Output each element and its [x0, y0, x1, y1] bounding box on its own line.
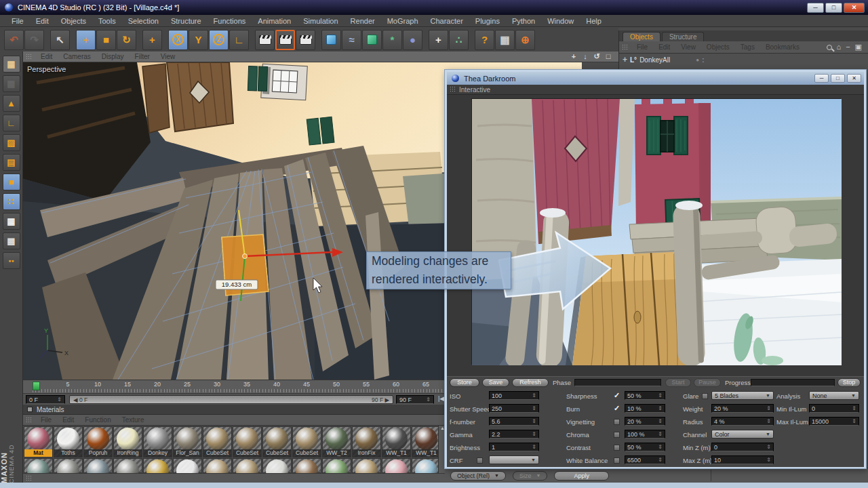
- edges-mode-icon[interactable]: ■: [3, 174, 20, 190]
- thea-close-icon[interactable]: ✕: [847, 74, 861, 83]
- help-icon[interactable]: ?: [475, 30, 494, 50]
- menu-item-render[interactable]: Render: [344, 17, 381, 25]
- spinner-icon[interactable]: ⇕: [532, 406, 536, 411]
- end-frame-field[interactable]: 90 F ⇕: [396, 395, 434, 404]
- apply-button[interactable]: Apply: [554, 471, 609, 481]
- global-move-icon[interactable]: +: [142, 30, 162, 50]
- material-swatch[interactable]: [173, 458, 202, 473]
- search-icon[interactable]: [827, 45, 832, 50]
- menu-item-window[interactable]: Window: [541, 17, 580, 25]
- material-popruh[interactable]: Popruh: [83, 426, 113, 458]
- setting-value-field[interactable]: 20 %⇕: [711, 404, 774, 413]
- checkbox-checked-icon[interactable]: ✓: [614, 391, 620, 400]
- checkbox-unchecked-icon[interactable]: [614, 432, 620, 438]
- setting-value-field[interactable]: 15000⇕: [809, 417, 859, 426]
- redo-icon[interactable]: ↷: [24, 30, 44, 50]
- range-left-arrow-icon[interactable]: ◀: [73, 396, 79, 403]
- spinner-icon[interactable]: ⇕: [658, 445, 663, 450]
- material-swatch[interactable]: [292, 458, 321, 473]
- collapse-icon[interactable]: −: [846, 43, 850, 51]
- render-picture-viewer-icon[interactable]: [275, 30, 295, 50]
- material-swatch[interactable]: [113, 458, 142, 473]
- viewport-menu-filter[interactable]: Filter: [130, 53, 155, 60]
- setting-value-field[interactable]: 0⇕: [809, 404, 859, 413]
- setting-dropdown[interactable]: 5 Blades▼: [711, 391, 774, 400]
- setting-value-field[interactable]: 5.6⇕: [489, 417, 539, 426]
- goto-start-icon[interactable]: |◀: [438, 395, 444, 402]
- primitive-cube-icon[interactable]: [321, 30, 341, 50]
- material-cubeset[interactable]: CubeSet: [233, 426, 262, 458]
- render-view-icon[interactable]: [255, 30, 275, 50]
- object-mode-dropdown[interactable]: Object (Rel) ▼: [450, 471, 506, 481]
- viewport-menu-edit[interactable]: Edit: [35, 53, 58, 60]
- objects-menu-edit[interactable]: Edit: [653, 43, 675, 51]
- checkbox-unchecked-icon[interactable]: [614, 458, 620, 464]
- texture-mode-icon[interactable]: ▨: [3, 134, 20, 151]
- checkbox-unchecked-icon[interactable]: [702, 393, 708, 399]
- home-icon[interactable]: ⌂: [837, 43, 842, 51]
- spinner-icon[interactable]: ⇕: [852, 419, 856, 424]
- setting-value-field[interactable]: 1⇕: [489, 443, 539, 451]
- material-swatch[interactable]: [24, 458, 53, 473]
- panel-grip-icon[interactable]: [622, 44, 629, 51]
- material-ww-t2[interactable]: WW_T2: [322, 426, 351, 458]
- restore-icon[interactable]: □: [825, 3, 842, 13]
- store-button[interactable]: Store: [450, 378, 479, 387]
- spinner-icon[interactable]: ⇕: [766, 419, 771, 424]
- setting-value-field[interactable]: 0⇕: [711, 443, 774, 451]
- menu-item-functions[interactable]: Functions: [208, 17, 252, 25]
- make-editable-icon[interactable]: ▲: [3, 95, 20, 112]
- material-flor-san[interactable]: Flor_San: [173, 426, 202, 458]
- refresh-button[interactable]: Refresh: [512, 378, 549, 387]
- material-swatch[interactable]: [352, 458, 381, 473]
- checkbox-unchecked-icon[interactable]: [614, 419, 620, 425]
- expand-cross-icon[interactable]: +: [623, 55, 627, 64]
- content-browser-icon[interactable]: ⊕: [515, 30, 535, 50]
- render-settings-icon[interactable]: [296, 30, 315, 50]
- frame-selected-icon[interactable]: ▣: [855, 43, 862, 51]
- setting-value-field[interactable]: 2.2⇕: [489, 430, 539, 439]
- thea-minimize-icon[interactable]: ─: [814, 74, 829, 83]
- objects-menu-tags[interactable]: Tags: [735, 43, 760, 51]
- spinner-icon[interactable]: ⇕: [658, 393, 663, 399]
- objects-menu-objects[interactable]: Objects: [701, 43, 735, 51]
- spinner-icon[interactable]: ⇕: [532, 393, 536, 399]
- maximize-view-icon[interactable]: □: [604, 52, 613, 61]
- polygons-mode-icon[interactable]: ∷: [3, 193, 20, 210]
- scroll-up-icon[interactable]: ▲: [440, 426, 445, 430]
- menu-item-selection[interactable]: Selection: [122, 17, 165, 25]
- spline-pen-icon[interactable]: ≈: [342, 30, 361, 50]
- particles-icon[interactable]: ∴: [449, 30, 469, 50]
- camera-label[interactable]: Perspective: [27, 65, 66, 73]
- menu-item-plugins[interactable]: Plugins: [469, 17, 506, 25]
- material-swatch[interactable]: [262, 458, 292, 473]
- checkbox-unchecked-icon[interactable]: [614, 445, 620, 451]
- material-swatch[interactable]: [54, 458, 83, 473]
- spinner-icon[interactable]: ⇕: [852, 406, 856, 411]
- setting-value-field[interactable]: 6500⇕: [625, 455, 665, 464]
- checkbox-checked-icon[interactable]: ✓: [614, 404, 620, 413]
- material-ironfix[interactable]: IronFix: [352, 426, 381, 458]
- materials-menu-function[interactable]: Function: [79, 416, 116, 424]
- viewport-menu-cameras[interactable]: Cameras: [58, 53, 96, 60]
- timeline-window-icon[interactable]: ▦: [495, 30, 515, 50]
- menu-item-edit[interactable]: Edit: [30, 17, 55, 25]
- menu-item-objects[interactable]: Objects: [55, 17, 92, 25]
- material-mat[interactable]: Mat: [24, 426, 53, 458]
- layout-icon[interactable]: ▦: [3, 56, 20, 73]
- spinner-icon[interactable]: ⇕: [532, 445, 536, 450]
- current-frame-marker[interactable]: [33, 382, 40, 390]
- material-ww-t1[interactable]: WW_T1: [382, 426, 411, 458]
- panel-grip-icon[interactable]: [26, 475, 33, 482]
- spinner-icon[interactable]: ⇕: [658, 458, 663, 463]
- material-ironring[interactable]: IronRing: [113, 426, 142, 458]
- setting-value-field[interactable]: 10 %⇕: [625, 404, 665, 413]
- deformer-icon[interactable]: ●: [403, 30, 422, 50]
- coordinate-system-icon[interactable]: ∟: [229, 30, 249, 50]
- menu-item-structure[interactable]: Structure: [165, 17, 208, 25]
- menu-item-animation[interactable]: Animation: [252, 17, 297, 25]
- materials-menu-edit[interactable]: Edit: [57, 416, 79, 424]
- menu-item-file[interactable]: File: [5, 17, 30, 25]
- setting-value-field[interactable]: 10⇕: [711, 455, 774, 464]
- scale-tool-icon[interactable]: ■: [96, 30, 116, 50]
